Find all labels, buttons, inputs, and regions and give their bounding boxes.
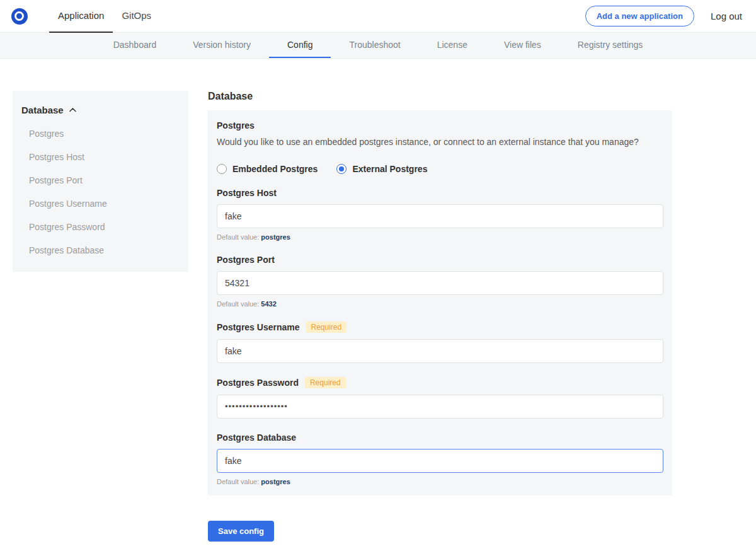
top-header: Application GitOps Add a new application… — [0, 0, 756, 33]
admin-console-page: Application GitOps Add a new application… — [0, 0, 756, 551]
postgres-help-text: Would you like to use an embedded postgr… — [217, 136, 663, 148]
postgres-username-input[interactable] — [217, 339, 663, 363]
postgres-password-input[interactable] — [217, 395, 663, 419]
subnav-tab-license[interactable]: License — [419, 33, 486, 58]
config-main: Database Postgres Would you like to use … — [208, 91, 672, 542]
required-badge: Required — [305, 377, 346, 388]
add-new-application-button[interactable]: Add a new application — [585, 6, 694, 26]
default-value-note: Default value: postgres — [217, 478, 663, 485]
required-badge: Required — [306, 322, 347, 333]
config-content: Database Postgres Postgres Host Postgres… — [0, 91, 756, 550]
sidebar-item-postgres[interactable]: Postgres — [13, 129, 188, 139]
default-prefix: Default value: — [217, 233, 259, 241]
postgres-database-input[interactable] — [217, 449, 663, 473]
field-label: Postgres Password — [217, 378, 299, 388]
sidebar-item-postgres-port[interactable]: Postgres Port — [13, 175, 188, 185]
header-tab-label: GitOps — [122, 10, 151, 21]
field-label: Postgres Username — [217, 322, 300, 332]
default-prefix: Default value: — [217, 478, 259, 485]
field-label: Postgres Host — [217, 188, 277, 198]
config-sidebar: Database Postgres Postgres Host Postgres… — [13, 91, 188, 272]
save-config-button[interactable]: Save config — [208, 521, 274, 542]
radio-icon — [217, 164, 227, 174]
default-value: postgres — [261, 478, 290, 485]
radio-external-postgres[interactable]: External Postgres — [336, 164, 427, 174]
sidebar-item-postgres-host[interactable]: Postgres Host — [13, 152, 188, 162]
field-postgres-database: Postgres Database Default value: postgre… — [217, 432, 663, 485]
subnav-tab-version-history[interactable]: Version history — [175, 33, 269, 58]
field-label: Postgres Port — [217, 255, 275, 265]
field-postgres-username: Postgres Username Required — [217, 322, 663, 363]
subnav-tab-dashboard[interactable]: Dashboard — [95, 33, 175, 58]
sidebar-group-database[interactable]: Database — [13, 105, 188, 115]
database-config-card: Postgres Would you like to use an embedd… — [208, 110, 672, 496]
logout-button[interactable]: Log out — [711, 11, 742, 21]
sidebar-item-postgres-username[interactable]: Postgres Username — [13, 199, 188, 209]
app-logo-icon — [11, 8, 28, 25]
sidebar-group-label: Database — [21, 105, 64, 115]
subnav-tab-config[interactable]: Config — [269, 33, 331, 58]
radio-icon — [336, 164, 346, 174]
subnav-tab-view-files[interactable]: View files — [486, 33, 559, 58]
default-value-note: Default value: postgres — [217, 233, 663, 241]
subnav-tab-registry-settings[interactable]: Registry settings — [559, 33, 661, 58]
header-tab-label: Application — [58, 10, 104, 21]
postgres-mode-radio-group: Embedded Postgres External Postgres — [217, 164, 663, 174]
radio-label: Embedded Postgres — [232, 164, 318, 174]
field-postgres-host: Postgres Host Default value: postgres — [217, 188, 663, 241]
field-postgres-password: Postgres Password Required — [217, 377, 663, 419]
default-value-note: Default value: 5432 — [217, 300, 663, 308]
radio-label: External Postgres — [352, 164, 427, 174]
header-tab-gitops[interactable]: GitOps — [113, 0, 160, 33]
chevron-up-icon — [69, 108, 76, 112]
subnav-tab-troubleshoot[interactable]: Troubleshoot — [331, 33, 418, 58]
section-title: Database — [208, 91, 672, 102]
sidebar-item-postgres-password[interactable]: Postgres Password — [13, 222, 188, 232]
default-prefix: Default value: — [217, 300, 259, 308]
field-label: Postgres Database — [217, 432, 296, 443]
postgres-group-label: Postgres — [217, 120, 663, 130]
sidebar-item-postgres-database[interactable]: Postgres Database — [13, 245, 188, 255]
postgres-host-input[interactable] — [217, 204, 663, 228]
field-postgres-port: Postgres Port Default value: 5432 — [217, 255, 663, 308]
header-tab-application[interactable]: Application — [49, 0, 113, 33]
radio-embedded-postgres[interactable]: Embedded Postgres — [217, 164, 318, 174]
default-value: 5432 — [261, 300, 276, 308]
postgres-port-input[interactable] — [217, 271, 663, 295]
default-value: postgres — [261, 233, 290, 241]
app-subnav: Dashboard Version history Config Trouble… — [0, 33, 756, 59]
